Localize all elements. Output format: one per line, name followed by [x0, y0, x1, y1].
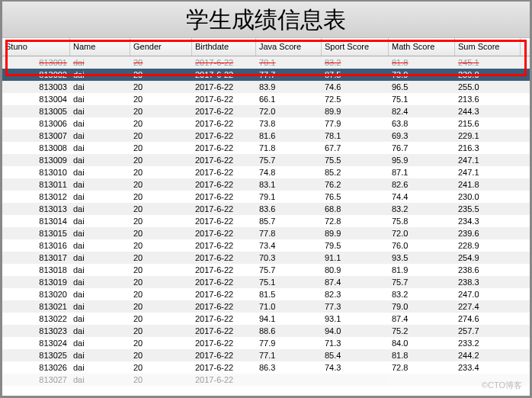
- cell-sport: 77.9: [322, 117, 389, 130]
- cell-birthdate: 2017-6-22: [192, 154, 256, 166]
- cell-sport: 77.3: [322, 300, 389, 313]
- cell-sum: 235.5: [455, 203, 521, 215]
- column-header-name[interactable]: Name: [70, 38, 130, 56]
- table-row[interactable]: 813022dai202017-6-2294.193.187.4274.6: [2, 313, 530, 325]
- column-header-sum[interactable]: Sum Score: [455, 38, 521, 56]
- cell-sum: 239.6: [455, 227, 521, 239]
- table-row[interactable]: 813009dai202017-6-2275.775.595.9247.1: [2, 154, 530, 166]
- table-row[interactable]: 813024dai202017-6-2277.971.384.0233.2: [2, 337, 530, 349]
- cell-gender: 20: [130, 117, 192, 130]
- table-row[interactable]: 813013dai202017-6-2283.668.883.2235.5: [2, 203, 530, 215]
- cell-gender: 20: [130, 313, 192, 325]
- table-header-row: StunoNameGenderBirthdateJava ScoreSport …: [2, 38, 530, 56]
- cell-stuno: 813003: [2, 81, 70, 93]
- table-row[interactable]: 813005dai202017-6-2272.089.982.4244.3: [2, 105, 530, 117]
- cell-birthdate: 2017-6-22: [192, 203, 256, 215]
- cell-sum: 213.6: [455, 93, 521, 105]
- cell-sum: 238.3: [455, 276, 521, 288]
- cell-gender: 20: [130, 215, 192, 227]
- table-row[interactable]: 813021dai202017-6-2271.077.379.0227.4: [2, 300, 530, 313]
- cell-name: dai: [70, 117, 130, 130]
- column-header-sport[interactable]: Sport Score: [322, 38, 389, 56]
- cell-birthdate: 2017-6-22: [192, 276, 256, 288]
- cell-gender: 20: [130, 130, 192, 142]
- cell-math: 96.5: [389, 81, 455, 93]
- cell-math: 73.9: [389, 69, 455, 81]
- table-row[interactable]: 813008dai202017-6-2271.867.776.7216.3: [2, 142, 530, 154]
- cell-birthdate: 2017-6-22: [192, 288, 256, 300]
- cell-name: dai: [70, 215, 130, 227]
- cell-java: 94.1: [256, 313, 322, 325]
- cell-stuno: 813020: [2, 288, 70, 300]
- column-header-gender[interactable]: Gender: [130, 38, 192, 56]
- table-body[interactable]: 813001dai202017-6-2270.183.281.8245.1813…: [2, 56, 530, 396]
- cell-sport: 76.2: [322, 178, 389, 191]
- cell-birthdate: 2017-6-22: [192, 69, 256, 81]
- cell-sport: 87.4: [322, 276, 389, 288]
- cell-name: dai: [70, 166, 130, 178]
- cell-sum: 244.3: [455, 105, 521, 117]
- cell-math: 93.5: [389, 252, 455, 264]
- table-row[interactable]: 813014dai202017-6-2285.772.875.8234.3: [2, 215, 530, 227]
- cell-stuno: 813025: [2, 349, 70, 361]
- table-row[interactable]: 813010dai202017-6-2274.885.287.1247.1: [2, 166, 530, 178]
- cell-sport: 71.3: [322, 337, 389, 349]
- table-row[interactable]: 813027dai202017-6-22: [2, 374, 530, 386]
- cell-math: 75.2: [389, 325, 455, 337]
- cell-sport: 76.5: [322, 191, 389, 203]
- cell-math: 95.9: [389, 154, 455, 166]
- column-header-stuno[interactable]: Stuno: [2, 38, 70, 56]
- table-row[interactable]: 813012dai202017-6-2279.176.574.4230.0: [2, 191, 530, 203]
- table-row[interactable]: 813018dai202017-6-2275.780.981.9238.6: [2, 264, 530, 276]
- table-row[interactable]: 813011dai202017-6-2283.176.282.6241.8: [2, 178, 530, 191]
- cell-sum: [455, 374, 521, 386]
- cell-birthdate: 2017-6-22: [192, 166, 256, 178]
- table-row[interactable]: 813003dai202017-6-2283.974.696.5255.0: [2, 81, 530, 93]
- cell-sum: 227.4: [455, 300, 521, 313]
- page-title: 学生成绩信息表: [2, 2, 530, 38]
- cell-sum: 234.3: [455, 215, 521, 227]
- cell-sport: 74.3: [322, 361, 389, 374]
- table-row[interactable]: 813017dai202017-6-2270.391.193.5254.9: [2, 252, 530, 264]
- cell-java: 83.9: [256, 81, 322, 93]
- cell-name: dai: [70, 105, 130, 117]
- cell-name: dai: [70, 325, 130, 337]
- cell-java: 70.1: [256, 56, 322, 69]
- cell-stuno: 813018: [2, 264, 70, 276]
- cell-name: dai: [70, 203, 130, 215]
- cell-gender: 20: [130, 300, 192, 313]
- cell-math: 84.0: [389, 337, 455, 349]
- cell-math: 81.9: [389, 264, 455, 276]
- cell-gender: 20: [130, 288, 192, 300]
- cell-sum: 229.1: [455, 130, 521, 142]
- column-header-math[interactable]: Math Score: [389, 38, 455, 56]
- cell-birthdate: 2017-6-22: [192, 178, 256, 191]
- column-header-java[interactable]: Java Score: [256, 38, 322, 56]
- cell-stuno: 813007: [2, 130, 70, 142]
- cell-sport: 74.6: [322, 81, 389, 93]
- table-row[interactable]: 813004dai202017-6-2266.172.575.1213.6: [2, 93, 530, 105]
- table-row[interactable]: 813019dai202017-6-2275.187.475.7238.3: [2, 276, 530, 288]
- table-row[interactable]: 813025dai202017-6-2277.185.481.8244.2: [2, 349, 530, 361]
- cell-birthdate: 2017-6-22: [192, 313, 256, 325]
- table-row[interactable]: 813016dai202017-6-2273.479.576.0228.9: [2, 239, 530, 252]
- cell-gender: 20: [130, 69, 192, 81]
- cell-sum: 233.2: [455, 337, 521, 349]
- table-row[interactable]: 813001dai202017-6-2270.183.281.8245.1: [2, 56, 530, 69]
- cell-stuno: 813009: [2, 154, 70, 166]
- table-row[interactable]: 813023dai202017-6-2288.694.075.2257.7: [2, 325, 530, 337]
- cell-java: 88.6: [256, 325, 322, 337]
- table-row[interactable]: 813006dai202017-6-2273.877.963.8215.6: [2, 117, 530, 130]
- cell-birthdate: 2017-6-22: [192, 93, 256, 105]
- cell-name: dai: [70, 178, 130, 191]
- table-row[interactable]: 813020dai202017-6-2281.582.383.2247.0: [2, 288, 530, 300]
- table-row[interactable]: 813015dai202017-6-2277.889.972.0239.6: [2, 227, 530, 239]
- cell-math: 83.2: [389, 203, 455, 215]
- table-row[interactable]: 813007dai202017-6-2281.678.169.3229.1: [2, 130, 530, 142]
- cell-math: 81.8: [389, 349, 455, 361]
- column-header-birthdate[interactable]: Birthdate: [192, 38, 256, 56]
- table-row[interactable]: 813002dai202017-6-2277.787.573.9239.0: [2, 69, 530, 81]
- cell-birthdate: 2017-6-22: [192, 215, 256, 227]
- cell-sum: 274.6: [455, 313, 521, 325]
- table-row[interactable]: 813026dai202017-6-2286.374.372.8233.4: [2, 361, 530, 374]
